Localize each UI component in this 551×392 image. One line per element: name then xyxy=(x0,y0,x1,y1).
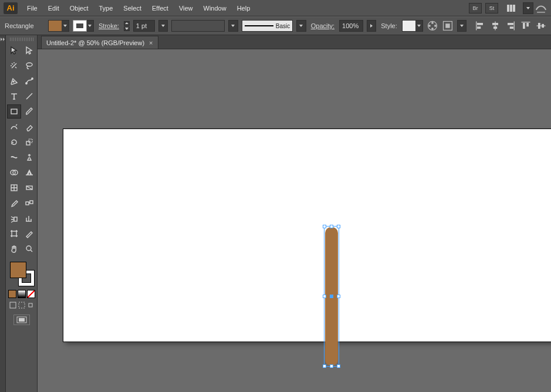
control-bar: Rectangle Stroke: 1 pt Basic Opacity: 10… xyxy=(0,16,551,35)
bridge-button[interactable]: Br xyxy=(469,3,482,13)
brush-definition[interactable]: Basic xyxy=(242,20,293,32)
draw-behind-button[interactable] xyxy=(18,302,25,310)
slice-tool[interactable] xyxy=(22,227,36,241)
menu-file[interactable]: File xyxy=(22,2,42,14)
fill-box-icon[interactable] xyxy=(10,262,26,278)
stroke-weight-stepper[interactable] xyxy=(124,21,130,31)
draw-normal-button[interactable] xyxy=(9,302,16,310)
color-mode-button[interactable] xyxy=(8,290,16,298)
lasso-tool[interactable] xyxy=(22,59,36,73)
menu-effect[interactable]: Effect xyxy=(147,2,173,14)
svg-rect-8 xyxy=(477,26,481,29)
svg-rect-22 xyxy=(26,141,30,145)
resize-handle-bottom-left[interactable] xyxy=(323,364,326,368)
recolor-artwork-button[interactable] xyxy=(427,19,438,32)
stroke-dropdown-icon[interactable] xyxy=(86,21,93,31)
opacity-label[interactable]: Opacity: xyxy=(310,22,336,29)
stock-button[interactable]: St xyxy=(485,3,498,13)
canvas[interactable] xyxy=(38,49,551,392)
scale-tool[interactable] xyxy=(22,135,36,149)
gradient-mode-button[interactable] xyxy=(18,290,26,298)
gradient-tool[interactable] xyxy=(22,181,36,195)
arrange-dropdown[interactable] xyxy=(523,2,533,14)
magic-wand-tool[interactable] xyxy=(7,59,21,73)
blend-tool[interactable] xyxy=(22,196,36,210)
type-tool[interactable] xyxy=(7,89,21,103)
rectangle-shape[interactable] xyxy=(325,227,338,366)
align-hcenter-button[interactable] xyxy=(489,19,502,32)
perspective-grid-tool[interactable] xyxy=(22,165,36,180)
align-to-button[interactable] xyxy=(442,19,454,32)
artboard-tool[interactable] xyxy=(7,227,21,241)
shape-builder-tool[interactable] xyxy=(7,165,21,180)
menu-help[interactable]: Help xyxy=(232,2,255,14)
rotate-tool[interactable] xyxy=(7,135,21,149)
draw-inside-button[interactable] xyxy=(27,302,34,310)
svg-rect-6 xyxy=(445,23,449,28)
menu-window[interactable]: Window xyxy=(199,2,231,14)
menu-select[interactable]: Select xyxy=(119,2,146,14)
arrange-documents-button[interactable] xyxy=(503,3,519,13)
align-top-button[interactable] xyxy=(519,19,532,32)
brush-dropdown[interactable] xyxy=(296,20,306,32)
variable-width-dropdown[interactable] xyxy=(228,20,238,32)
align-left-button[interactable] xyxy=(474,19,486,32)
align-right-button[interactable] xyxy=(504,19,517,32)
stroke-swatch[interactable] xyxy=(73,20,94,32)
screen-mode-button[interactable] xyxy=(13,315,30,325)
symbol-sprayer-tool[interactable] xyxy=(7,211,21,225)
svg-rect-31 xyxy=(12,231,16,236)
stroke-color-icon xyxy=(73,21,86,31)
opacity-input[interactable]: 100% xyxy=(339,20,363,32)
menu-object[interactable]: Object xyxy=(65,2,93,14)
tools-panel-grip[interactable] xyxy=(10,38,33,41)
menu-view[interactable]: View xyxy=(174,2,198,14)
svg-rect-16 xyxy=(542,24,544,28)
gpu-preview-icon[interactable] xyxy=(535,2,547,15)
svg-rect-13 xyxy=(523,23,525,29)
fill-stroke-control[interactable] xyxy=(9,261,35,286)
eyedropper-tool[interactable] xyxy=(7,196,21,210)
zoom-tool[interactable] xyxy=(22,242,36,256)
stroke-weight-dropdown[interactable] xyxy=(158,20,168,32)
free-transform-tool[interactable] xyxy=(22,150,36,164)
svg-rect-28 xyxy=(26,202,29,205)
align-vcenter-button[interactable] xyxy=(535,19,547,32)
svg-rect-33 xyxy=(10,302,16,308)
direct-selection-tool[interactable] xyxy=(22,43,36,58)
stroke-weight-input[interactable]: 1 pt xyxy=(133,20,155,32)
opacity-dropdown[interactable] xyxy=(367,20,376,32)
fill-swatch[interactable] xyxy=(48,20,69,32)
shaper-tool[interactable] xyxy=(7,120,21,134)
pen-tool[interactable] xyxy=(7,74,21,88)
line-segment-tool[interactable] xyxy=(22,89,36,103)
svg-rect-12 xyxy=(510,26,513,29)
close-tab-button[interactable]: × xyxy=(149,39,153,46)
menu-bar: Ai File Edit Object Type Select Effect V… xyxy=(0,0,551,16)
graphic-style-icon xyxy=(403,21,415,31)
rectangle-tool[interactable] xyxy=(7,104,21,119)
align-to-dropdown[interactable] xyxy=(457,20,467,32)
variable-width-profile[interactable] xyxy=(171,20,225,32)
fill-dropdown-icon[interactable] xyxy=(62,21,69,31)
mesh-tool[interactable] xyxy=(7,181,21,195)
column-graph-tool[interactable] xyxy=(22,211,36,225)
svg-point-17 xyxy=(26,63,32,66)
width-tool[interactable] xyxy=(7,150,21,164)
none-mode-button[interactable] xyxy=(27,290,35,298)
color-mode-row xyxy=(8,290,35,298)
curvature-tool[interactable] xyxy=(22,74,36,88)
document-area: Untitled-2* @ 50% (RGB/Preview) × xyxy=(38,35,551,392)
menu-edit[interactable]: Edit xyxy=(43,2,64,14)
panel-collapse-strip[interactable] xyxy=(0,35,6,392)
eraser-tool[interactable] xyxy=(22,120,36,134)
stroke-label[interactable]: Stroke: xyxy=(97,22,120,29)
resize-handle-bottom-right[interactable] xyxy=(337,364,340,368)
graphic-style-dropdown[interactable] xyxy=(415,21,422,31)
document-tab[interactable]: Untitled-2* @ 50% (RGB/Preview) × xyxy=(41,36,158,49)
hand-tool[interactable] xyxy=(7,242,21,256)
paintbrush-tool[interactable] xyxy=(22,104,36,119)
selection-tool[interactable] xyxy=(7,43,21,58)
graphic-style-swatch[interactable] xyxy=(402,20,423,32)
menu-type[interactable]: Type xyxy=(94,2,118,14)
